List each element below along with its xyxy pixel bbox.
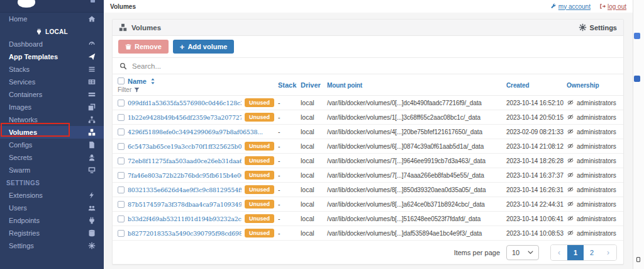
column-header-driver[interactable]: Driver <box>301 81 327 89</box>
eye-slash-icon <box>567 215 574 222</box>
file-icon <box>88 141 96 149</box>
eye-slash-icon <box>567 201 574 207</box>
volume-name-link[interactable]: 099dfd1a53635fa5576980c0d46c128c3c4ae... <box>128 100 242 106</box>
row-checkbox[interactable] <box>118 100 125 106</box>
items-per-page-label: Items per page <box>454 249 500 256</box>
eye-slash-icon <box>567 143 574 149</box>
driver-cell: local <box>301 128 327 135</box>
created-cell: 2023-10-14 16:37:37 <box>506 172 567 179</box>
column-header-name[interactable]: Name <box>128 77 147 85</box>
row-checkbox[interactable] <box>118 129 125 135</box>
driver-cell: local <box>301 229 327 237</box>
ownership-cell: administrators <box>567 129 618 135</box>
portainer-logo <box>18 0 35 8</box>
pagination: ‹ 1 2 › <box>550 244 617 261</box>
sidebar-item-volumes[interactable]: Volumes <box>0 126 104 139</box>
sidebar-item-services[interactable]: Services <box>0 76 104 88</box>
sidebar-item-registries[interactable]: Registries <box>0 227 104 239</box>
prev-page-button[interactable]: ‹ <box>551 245 567 260</box>
sidebar-item-swarm[interactable]: Swarm <box>0 164 104 176</box>
search-icon <box>119 62 127 70</box>
eye-slash-icon <box>567 230 574 236</box>
sidebar-item-extensions[interactable]: Extensions <box>0 189 104 202</box>
add-volume-button[interactable]: + Add volume <box>173 40 235 54</box>
column-header-mount-point[interactable]: Mount point <box>327 82 506 89</box>
my-account-link[interactable]: my account <box>550 3 591 10</box>
volume-name-link[interactable]: b33d2f469ab53211f01d194b93232a2ca7f83... <box>128 215 242 222</box>
sidebar-item-users[interactable]: Users <box>0 202 104 214</box>
ownership-cell: administrators <box>567 143 618 150</box>
row-checkbox[interactable] <box>118 143 125 150</box>
database-icon <box>88 229 96 237</box>
row-checkbox[interactable] <box>118 157 125 164</box>
table-settings-button[interactable]: Settings <box>579 23 617 31</box>
sidebar-toggle-icon[interactable] <box>91 0 95 3</box>
widget-title: Volumes <box>131 24 161 31</box>
table-row: b82772018353a5490c390795f98cd6986b6cc...… <box>113 226 623 241</box>
row-checkbox[interactable] <box>118 230 125 237</box>
eye-slash-icon <box>567 100 574 106</box>
volume-name-link[interactable]: 6c5473ab65ce19a3ccb70f1ff325625b0fd79... <box>128 143 242 150</box>
column-header-ownership[interactable]: Ownership <box>567 82 618 89</box>
mount-point-cell: /var/lib/docker/volumes/7[...]74aaa266eb… <box>327 172 506 179</box>
filter-control[interactable]: Filter <box>118 86 278 93</box>
next-page-button[interactable]: › <box>600 245 616 260</box>
created-cell: 2023-02-09 08:21:33 <box>506 129 567 135</box>
column-header-stack[interactable]: Stack <box>278 81 301 89</box>
driver-cell: local <box>301 113 327 121</box>
search-bar <box>113 57 623 74</box>
sidebar-item-stacks[interactable]: Stacks <box>0 63 104 76</box>
volume-name-link[interactable]: 72eb8f11275faa503aad0ce26eb31daa6193e... <box>128 157 242 164</box>
volume-name-link[interactable]: 7fa46e803a72b22b76bdc95fb615b4e002fc8... <box>128 172 242 179</box>
mount-point-cell: /var/lib/docker/volumes/b[...]516248ee05… <box>327 215 506 222</box>
row-checkbox[interactable] <box>118 201 125 208</box>
user-secret-icon <box>88 154 96 161</box>
unused-badge: Unused <box>245 113 274 122</box>
stack-cell: - <box>278 128 301 135</box>
select-all-checkbox[interactable] <box>118 77 125 84</box>
sidebar-item-secrets[interactable]: Secrets <box>0 151 104 164</box>
sidebar-item-configs[interactable]: Configs <box>0 139 104 151</box>
volume-name-link[interactable]: 80321335e6626d4ae9f3c9c88129554f9b787... <box>128 186 242 193</box>
row-checkbox[interactable] <box>118 186 125 193</box>
volume-name-link[interactable]: 1b22e9428b49b456df2359e73a20772743237... <box>128 114 242 121</box>
table-header-row: Name Filter Stack Driver Mount point Cre… <box>113 74 623 96</box>
table-row: 1b22e9428b49b456df2359e73a20772743237...… <box>113 110 623 125</box>
sidebar-item-images[interactable]: Images <box>0 101 104 113</box>
sidebar-item-dashboard[interactable]: Dashboard <box>0 38 104 50</box>
sidebar-item-app-templates[interactable]: App Templates <box>0 50 104 63</box>
column-header-created[interactable]: Created <box>506 82 567 89</box>
stack-cell: - <box>278 200 301 208</box>
window-edge-strip <box>633 0 644 269</box>
cubes-icon <box>88 129 96 136</box>
row-checkbox[interactable] <box>118 172 125 179</box>
row-checkbox[interactable] <box>118 114 125 121</box>
volume-name-link[interactable]: 87b5174597a3f378dbaa4ca97a10934957e2d... <box>128 201 242 208</box>
unused-badge: Unused <box>245 171 274 180</box>
volume-name-link[interactable]: b82772018353a5490c390795f98cd6986b6cc... <box>128 230 242 237</box>
table-row: 87b5174597a3f378dbaa4ca97a10934957e2d...… <box>113 197 623 212</box>
sidebar-item-home[interactable]: Home <box>0 13 104 25</box>
unused-badge: Unused <box>245 156 274 165</box>
sidebar-item-endpoints[interactable]: Endpoints <box>0 214 104 227</box>
sidebar-item-networks[interactable]: Networks <box>0 113 104 126</box>
sort-icon[interactable] <box>150 77 156 85</box>
sidebar-item-containers[interactable]: Containers <box>0 88 104 101</box>
row-checkbox[interactable] <box>118 215 125 222</box>
remove-button[interactable]: Remove <box>118 40 169 54</box>
log-out-link[interactable]: log out <box>599 3 626 10</box>
driver-cell: local <box>301 157 327 164</box>
page-size-select[interactable]: 10 <box>506 245 539 260</box>
volume-name-link[interactable]: 4296f51898efe0c3494299069a97b8af06538... <box>128 129 263 135</box>
page-button-2[interactable]: 2 <box>584 245 600 260</box>
eye-slash-icon <box>567 172 574 178</box>
table-row: 7fa46e803a72b22b76bdc95fb615b4e002fc8...… <box>113 168 623 183</box>
unused-badge: Unused <box>245 142 274 151</box>
created-cell: 2023-10-14 20:50:15 <box>506 114 567 121</box>
stack-cell: - <box>278 171 301 179</box>
page-button-1[interactable]: 1 <box>567 245 584 260</box>
table-footer: Items per page 10 ‹ 1 2 › <box>113 241 623 264</box>
search-input[interactable] <box>132 62 616 70</box>
sidebar-item-settings[interactable]: Settings <box>0 239 104 252</box>
mount-point-cell: /var/lib/docker/volumes/6[...]0874c39a0f… <box>327 143 506 150</box>
